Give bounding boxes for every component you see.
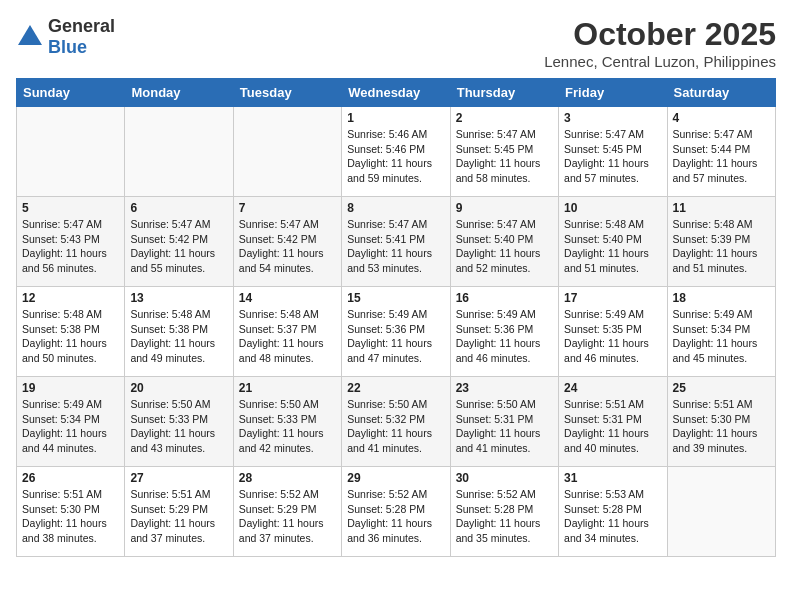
calendar-cell: 14Sunrise: 5:48 AM Sunset: 5:37 PM Dayli… — [233, 287, 341, 377]
calendar-cell: 20Sunrise: 5:50 AM Sunset: 5:33 PM Dayli… — [125, 377, 233, 467]
logo-text: General Blue — [48, 16, 115, 58]
day-info: Sunrise: 5:51 AM Sunset: 5:30 PM Dayligh… — [22, 487, 119, 546]
day-info: Sunrise: 5:48 AM Sunset: 5:39 PM Dayligh… — [673, 217, 770, 276]
calendar-cell: 18Sunrise: 5:49 AM Sunset: 5:34 PM Dayli… — [667, 287, 775, 377]
day-number: 16 — [456, 291, 553, 305]
day-number: 22 — [347, 381, 444, 395]
logo-blue: Blue — [48, 37, 87, 57]
day-info: Sunrise: 5:52 AM Sunset: 5:28 PM Dayligh… — [456, 487, 553, 546]
day-info: Sunrise: 5:47 AM Sunset: 5:45 PM Dayligh… — [456, 127, 553, 186]
day-number: 28 — [239, 471, 336, 485]
day-info: Sunrise: 5:48 AM Sunset: 5:38 PM Dayligh… — [130, 307, 227, 366]
calendar-cell — [233, 107, 341, 197]
calendar-cell: 26Sunrise: 5:51 AM Sunset: 5:30 PM Dayli… — [17, 467, 125, 557]
day-number: 15 — [347, 291, 444, 305]
day-number: 27 — [130, 471, 227, 485]
calendar-cell: 5Sunrise: 5:47 AM Sunset: 5:43 PM Daylig… — [17, 197, 125, 287]
calendar-cell: 8Sunrise: 5:47 AM Sunset: 5:41 PM Daylig… — [342, 197, 450, 287]
calendar-cell: 4Sunrise: 5:47 AM Sunset: 5:44 PM Daylig… — [667, 107, 775, 197]
calendar-cell: 31Sunrise: 5:53 AM Sunset: 5:28 PM Dayli… — [559, 467, 667, 557]
calendar-table: SundayMondayTuesdayWednesdayThursdayFrid… — [16, 78, 776, 557]
day-info: Sunrise: 5:50 AM Sunset: 5:32 PM Dayligh… — [347, 397, 444, 456]
calendar-cell: 30Sunrise: 5:52 AM Sunset: 5:28 PM Dayli… — [450, 467, 558, 557]
day-info: Sunrise: 5:50 AM Sunset: 5:33 PM Dayligh… — [239, 397, 336, 456]
day-number: 12 — [22, 291, 119, 305]
day-info: Sunrise: 5:48 AM Sunset: 5:40 PM Dayligh… — [564, 217, 661, 276]
day-number: 14 — [239, 291, 336, 305]
day-info: Sunrise: 5:51 AM Sunset: 5:29 PM Dayligh… — [130, 487, 227, 546]
weekday-header: Thursday — [450, 79, 558, 107]
day-number: 3 — [564, 111, 661, 125]
calendar-cell: 3Sunrise: 5:47 AM Sunset: 5:45 PM Daylig… — [559, 107, 667, 197]
day-number: 20 — [130, 381, 227, 395]
calendar-cell — [17, 107, 125, 197]
weekday-header: Wednesday — [342, 79, 450, 107]
location-title: Lennec, Central Luzon, Philippines — [544, 53, 776, 70]
calendar-cell: 24Sunrise: 5:51 AM Sunset: 5:31 PM Dayli… — [559, 377, 667, 467]
logo-general: General — [48, 16, 115, 36]
calendar-cell: 28Sunrise: 5:52 AM Sunset: 5:29 PM Dayli… — [233, 467, 341, 557]
logo: General Blue — [16, 16, 115, 58]
day-info: Sunrise: 5:47 AM Sunset: 5:42 PM Dayligh… — [130, 217, 227, 276]
day-info: Sunrise: 5:50 AM Sunset: 5:31 PM Dayligh… — [456, 397, 553, 456]
day-number: 19 — [22, 381, 119, 395]
day-info: Sunrise: 5:49 AM Sunset: 5:36 PM Dayligh… — [456, 307, 553, 366]
calendar-cell — [125, 107, 233, 197]
day-info: Sunrise: 5:50 AM Sunset: 5:33 PM Dayligh… — [130, 397, 227, 456]
day-number: 24 — [564, 381, 661, 395]
day-number: 31 — [564, 471, 661, 485]
day-info: Sunrise: 5:53 AM Sunset: 5:28 PM Dayligh… — [564, 487, 661, 546]
day-number: 6 — [130, 201, 227, 215]
calendar-cell: 13Sunrise: 5:48 AM Sunset: 5:38 PM Dayli… — [125, 287, 233, 377]
calendar-cell: 10Sunrise: 5:48 AM Sunset: 5:40 PM Dayli… — [559, 197, 667, 287]
day-number: 26 — [22, 471, 119, 485]
calendar-cell: 19Sunrise: 5:49 AM Sunset: 5:34 PM Dayli… — [17, 377, 125, 467]
day-number: 8 — [347, 201, 444, 215]
day-info: Sunrise: 5:49 AM Sunset: 5:34 PM Dayligh… — [673, 307, 770, 366]
calendar-cell: 17Sunrise: 5:49 AM Sunset: 5:35 PM Dayli… — [559, 287, 667, 377]
calendar-cell: 6Sunrise: 5:47 AM Sunset: 5:42 PM Daylig… — [125, 197, 233, 287]
day-info: Sunrise: 5:51 AM Sunset: 5:31 PM Dayligh… — [564, 397, 661, 456]
day-info: Sunrise: 5:47 AM Sunset: 5:45 PM Dayligh… — [564, 127, 661, 186]
calendar-cell: 25Sunrise: 5:51 AM Sunset: 5:30 PM Dayli… — [667, 377, 775, 467]
day-info: Sunrise: 5:52 AM Sunset: 5:28 PM Dayligh… — [347, 487, 444, 546]
day-number: 10 — [564, 201, 661, 215]
weekday-header: Friday — [559, 79, 667, 107]
day-number: 29 — [347, 471, 444, 485]
title-block: October 2025 Lennec, Central Luzon, Phil… — [544, 16, 776, 70]
month-title: October 2025 — [544, 16, 776, 53]
day-number: 30 — [456, 471, 553, 485]
weekday-header: Tuesday — [233, 79, 341, 107]
calendar-cell: 2Sunrise: 5:47 AM Sunset: 5:45 PM Daylig… — [450, 107, 558, 197]
day-number: 17 — [564, 291, 661, 305]
calendar-cell: 21Sunrise: 5:50 AM Sunset: 5:33 PM Dayli… — [233, 377, 341, 467]
weekday-header: Saturday — [667, 79, 775, 107]
day-number: 18 — [673, 291, 770, 305]
calendar-week-row: 26Sunrise: 5:51 AM Sunset: 5:30 PM Dayli… — [17, 467, 776, 557]
calendar-cell: 12Sunrise: 5:48 AM Sunset: 5:38 PM Dayli… — [17, 287, 125, 377]
day-info: Sunrise: 5:47 AM Sunset: 5:40 PM Dayligh… — [456, 217, 553, 276]
weekday-header: Sunday — [17, 79, 125, 107]
calendar-cell: 9Sunrise: 5:47 AM Sunset: 5:40 PM Daylig… — [450, 197, 558, 287]
day-info: Sunrise: 5:47 AM Sunset: 5:43 PM Dayligh… — [22, 217, 119, 276]
day-info: Sunrise: 5:47 AM Sunset: 5:44 PM Dayligh… — [673, 127, 770, 186]
day-number: 25 — [673, 381, 770, 395]
calendar-cell: 7Sunrise: 5:47 AM Sunset: 5:42 PM Daylig… — [233, 197, 341, 287]
day-info: Sunrise: 5:49 AM Sunset: 5:36 PM Dayligh… — [347, 307, 444, 366]
day-number: 21 — [239, 381, 336, 395]
day-number: 23 — [456, 381, 553, 395]
day-info: Sunrise: 5:48 AM Sunset: 5:37 PM Dayligh… — [239, 307, 336, 366]
day-number: 7 — [239, 201, 336, 215]
svg-marker-0 — [18, 25, 42, 45]
day-info: Sunrise: 5:51 AM Sunset: 5:30 PM Dayligh… — [673, 397, 770, 456]
day-info: Sunrise: 5:47 AM Sunset: 5:41 PM Dayligh… — [347, 217, 444, 276]
calendar-cell: 1Sunrise: 5:46 AM Sunset: 5:46 PM Daylig… — [342, 107, 450, 197]
day-info: Sunrise: 5:47 AM Sunset: 5:42 PM Dayligh… — [239, 217, 336, 276]
day-number: 9 — [456, 201, 553, 215]
calendar-cell: 22Sunrise: 5:50 AM Sunset: 5:32 PM Dayli… — [342, 377, 450, 467]
calendar-cell: 15Sunrise: 5:49 AM Sunset: 5:36 PM Dayli… — [342, 287, 450, 377]
day-number: 2 — [456, 111, 553, 125]
day-info: Sunrise: 5:49 AM Sunset: 5:35 PM Dayligh… — [564, 307, 661, 366]
day-number: 5 — [22, 201, 119, 215]
logo-icon — [16, 23, 44, 51]
